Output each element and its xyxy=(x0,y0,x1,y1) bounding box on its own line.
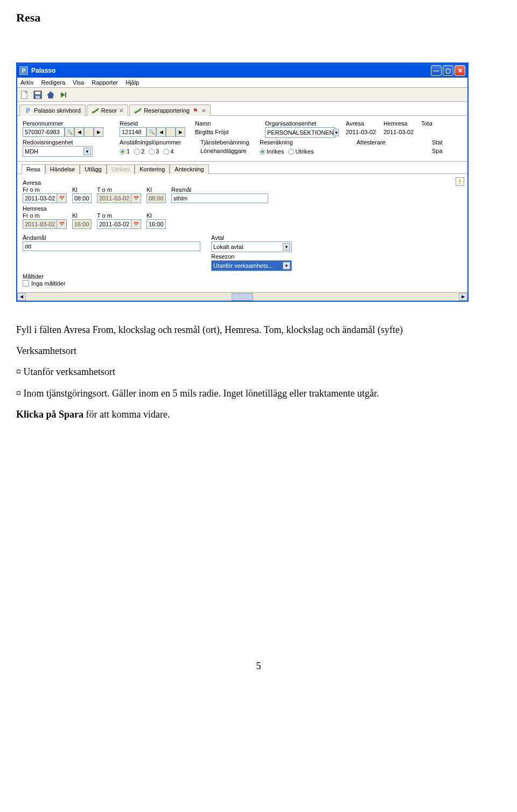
resmal-input[interactable] xyxy=(171,193,268,203)
calendar-icon[interactable]: 📅 xyxy=(57,219,67,229)
scroll-left-icon[interactable]: ◀ xyxy=(17,293,26,301)
prev-icon[interactable]: ◀ xyxy=(156,127,166,137)
subtab-utrikes: Utrikes xyxy=(107,164,135,174)
andamal-input[interactable] xyxy=(23,241,200,251)
redov-select[interactable]: MDH ▼ xyxy=(23,146,93,157)
namn-value: Birgitta Fröjd xyxy=(195,127,243,135)
hemresa-kl2-input[interactable] xyxy=(146,219,166,229)
label-tom: T o m xyxy=(97,186,141,193)
tab-resor[interactable]: Resor ✕ xyxy=(87,105,128,116)
calendar-icon[interactable]: 📅 xyxy=(131,193,141,203)
svg-rect-4 xyxy=(65,92,66,98)
subtab-utlagg[interactable]: Utlägg xyxy=(80,164,107,174)
chevron-down-icon: ▼ xyxy=(283,243,290,251)
next-icon[interactable]: ▶ xyxy=(94,127,103,137)
body-paragraph: Fyll i fälten Avresa From, klockslag och… xyxy=(16,323,501,337)
tjbenam-value: Lönehandläggare xyxy=(200,146,254,154)
hemresa-value: 2011-03-02 xyxy=(383,127,416,135)
scroll-right-icon[interactable]: ▶ xyxy=(459,293,467,301)
tab-skrivbord[interactable]: ℙ Palasso skrivbord xyxy=(19,105,86,116)
label-reserakning: Reseräkning xyxy=(260,139,319,145)
reseid-input[interactable] xyxy=(120,127,146,137)
forward-icon[interactable] xyxy=(59,91,68,99)
p-icon: ℙ xyxy=(24,107,32,114)
resezon-select[interactable]: Utanför verksamhets... ▼ xyxy=(211,260,292,271)
minimize-button[interactable]: — xyxy=(431,65,442,76)
subtab-anteckning[interactable]: Anteckning xyxy=(170,164,208,174)
label-resmal: Resmål xyxy=(171,186,268,193)
radio-dot-icon xyxy=(288,149,294,155)
label-personnummer: Personnummer xyxy=(23,120,87,127)
radio-dot-icon xyxy=(134,149,140,155)
hemresa-tom-input[interactable] xyxy=(97,219,131,229)
subtab-kontering[interactable]: Kontering xyxy=(135,164,170,174)
label-kl: Kl xyxy=(146,186,166,193)
avresa-kl1-input[interactable] xyxy=(72,193,92,203)
radio-4[interactable]: 4 xyxy=(163,148,173,155)
menu-arkiv[interactable]: Arkiv xyxy=(20,79,33,86)
label-stat: Stat xyxy=(432,139,445,145)
scroll-track[interactable] xyxy=(26,293,459,301)
svg-rect-3 xyxy=(36,96,40,99)
subtab-handelse[interactable]: Händelse xyxy=(45,164,80,174)
menu-hjalp[interactable]: Hjälp xyxy=(125,79,139,86)
label-from: Fr o m xyxy=(23,212,67,219)
final-paragraph: Klicka på Spara för att komma vidare. xyxy=(16,408,501,421)
radio-dot-icon xyxy=(149,149,155,155)
horizontal-scrollbar[interactable]: ◀ ▶ xyxy=(17,292,467,301)
svg-rect-2 xyxy=(35,92,40,94)
radio-3[interactable]: 3 xyxy=(149,148,159,155)
bullet-paragraph: ¤ Utanför verksamhetsort xyxy=(16,365,501,379)
search-icon[interactable]: 🔍 xyxy=(65,127,74,137)
home-icon[interactable] xyxy=(46,91,55,99)
prev-icon[interactable]: ◀ xyxy=(74,127,84,137)
plain-text: för att komma vidare. xyxy=(83,409,170,420)
calendar-icon[interactable]: 📅 xyxy=(131,219,141,229)
close-button[interactable]: ✕ xyxy=(455,65,465,76)
help-icon[interactable]: ! xyxy=(456,177,464,186)
label-namn: Namn xyxy=(195,120,243,127)
next-icon[interactable]: ▶ xyxy=(176,127,185,137)
menu-rapporter[interactable]: Rapporter xyxy=(92,79,118,86)
avresa-tom-input[interactable] xyxy=(97,193,131,203)
resa-panel: ! Avresa Fr o m 📅 Kl T o m 📅 Kl Resmål H… xyxy=(17,174,467,292)
checkbox-icon xyxy=(23,280,29,287)
chevron-down-icon: ▼ xyxy=(333,129,339,136)
maximize-button[interactable]: ▢ xyxy=(443,65,453,76)
close-tab-icon[interactable]: ✕ xyxy=(201,108,206,114)
subtab-resa[interactable]: Resa xyxy=(22,164,45,174)
avresa-kl2-input[interactable] xyxy=(146,193,166,203)
scroll-thumb[interactable] xyxy=(232,293,253,301)
bold-text: Klicka på Spara xyxy=(16,409,83,420)
radio-1[interactable]: 1 xyxy=(120,148,130,155)
radio-2[interactable]: 2 xyxy=(134,148,144,155)
menu-visa[interactable]: Visa xyxy=(73,79,84,86)
inga-maltider-checkbox[interactable]: Inga måltider xyxy=(23,280,462,287)
radio-utrikes[interactable]: Utrikes xyxy=(288,148,313,155)
calendar-icon[interactable]: 📅 xyxy=(57,193,67,203)
chevron-down-icon: ▼ xyxy=(83,148,91,155)
avtal-select[interactable]: Lokalt avtal ▼ xyxy=(211,241,292,252)
menu-redigera[interactable]: Redigera xyxy=(41,79,65,86)
hemresa-from-input[interactable] xyxy=(23,219,57,229)
section-maltider: Måltider xyxy=(23,273,462,280)
label-kl: Kl xyxy=(72,212,92,219)
toolbar xyxy=(17,88,467,102)
orgenhet-select[interactable]: PERSONALSEKTIONEN ▼ xyxy=(265,127,335,138)
divider-icon xyxy=(84,127,94,137)
tab-label: Reserapportering xyxy=(144,107,190,114)
radio-inrikes[interactable]: Inrikes xyxy=(260,148,284,155)
close-tab-icon[interactable]: ✕ xyxy=(119,108,123,114)
tab-label: Resor xyxy=(101,107,117,114)
anst-radio-group: 1 2 3 4 xyxy=(120,146,195,157)
save-icon[interactable] xyxy=(33,91,42,99)
personnummer-input[interactable] xyxy=(23,127,65,137)
subtabs: Resa Händelse Utlägg Utrikes Kontering A… xyxy=(17,162,467,174)
avresa-from-input[interactable] xyxy=(23,193,57,203)
search-icon[interactable]: 🔍 xyxy=(146,127,156,137)
new-icon[interactable] xyxy=(20,91,29,99)
hemresa-kl1-input[interactable] xyxy=(72,219,92,229)
tab-reserapportering[interactable]: Reserapportering ⚑ ✕ xyxy=(129,105,211,116)
label-tjbenam: Tjänstebenämning xyxy=(200,139,254,145)
app-icon: P xyxy=(19,66,28,75)
